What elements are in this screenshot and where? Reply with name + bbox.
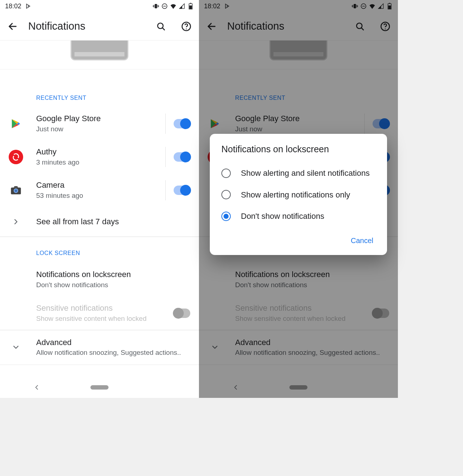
vibrate-icon [153,3,159,9]
status-time: 18:02 [5,3,21,10]
svg-rect-4 [158,5,159,7]
dialog-title: Notifications on lockscreen [221,144,375,154]
see-all-row[interactable]: See all from last 7 days [0,207,199,237]
system-back-icon[interactable] [34,384,40,390]
svg-rect-9 [189,5,192,9]
see-all-label: See all from last 7 days [36,217,119,226]
app-name: Authy [36,147,162,157]
toggle-camera[interactable] [174,186,190,195]
back-button[interactable] [7,21,18,32]
lockscreen-notifications-row[interactable]: Notifications on lockscreen Don't show n… [0,262,199,297]
sensitive-sub: Show sensitive content when locked [36,314,174,323]
radio-icon-checked [221,212,231,221]
sensitive-notifications-row: Sensitive notifications Show sensitive c… [0,297,199,330]
page-title: Notifications [28,20,145,32]
dialog-option-2[interactable]: Don't show notifications [221,205,375,227]
radio-label: Don't show notifications [241,211,324,221]
radio-label: Show alerting and silent notifications [241,168,370,178]
svg-rect-2 [158,5,158,8]
app-time: Just now [36,125,162,134]
system-home-pill[interactable] [90,385,109,390]
app-name: Camera [36,180,162,191]
toggle-google-play[interactable] [174,119,190,128]
sensitive-title: Sensitive notifications [36,303,174,314]
radio-label: Show alerting notifications only [241,190,350,200]
app-row-google-play-store[interactable]: Google Play Store Just now [0,107,199,140]
do-not-disturb-icon [161,3,168,9]
radio-icon [221,169,231,178]
section-recently-sent: RECENTLY SENT [0,69,199,107]
divider [165,147,166,167]
system-nav-bar [0,377,199,398]
camera-icon [9,183,23,197]
svg-rect-8 [190,3,191,4]
svg-rect-1 [154,5,154,8]
help-button[interactable] [181,21,192,32]
lockscreen-preview [0,41,199,69]
app-time: 53 minutes ago [36,191,162,200]
app-name: Google Play Store [36,114,162,124]
phone-mock-icon [71,41,128,60]
divider [165,114,166,134]
app-indicator-icon [25,3,31,9]
app-row-camera[interactable]: Camera 53 minutes ago [0,174,199,207]
section-divider [0,365,199,365]
toggle-sensitive [174,309,190,318]
cancel-button[interactable]: Cancel [349,233,375,248]
app-time: 3 minutes ago [36,158,162,167]
app-bar: Notifications [0,12,199,41]
chevron-down-icon [9,344,23,350]
app-row-authy[interactable]: Authy 3 minutes ago [0,140,199,174]
lockscreen-notif-title: Notifications on lockscreen [36,269,190,280]
dialog-option-1[interactable]: Show alerting notifications only [221,184,375,206]
battery-icon [187,3,194,9]
toggle-authy[interactable] [174,152,190,162]
phone-screen-left: 18:02 Notifications [0,0,199,398]
section-lock-screen: LOCK SCREEN [0,237,199,262]
advanced-title: Advanced [36,337,190,348]
signal-icon [179,3,185,9]
svg-point-14 [186,28,187,29]
divider [165,180,166,200]
phone-screen-right: 18:02 Notifications [199,0,398,398]
wifi-icon [170,3,177,9]
dialog-option-0[interactable]: Show alerting and silent notifications [221,162,375,184]
radio-icon [221,190,231,199]
lockscreen-notif-sub: Don't show notifications [36,281,190,290]
status-bar: 18:02 [0,0,199,12]
google-play-icon [9,116,23,131]
lockscreen-dialog: Notifications on lockscreen Show alertin… [210,134,387,255]
svg-rect-3 [153,5,154,7]
svg-point-17 [14,190,17,192]
search-button[interactable] [156,21,166,32]
svg-rect-0 [155,4,157,8]
advanced-sub: Allow notification snoozing, Suggested a… [36,348,190,357]
chevron-right-icon [9,218,23,225]
advanced-row[interactable]: Advanced Allow notification snoozing, Su… [0,330,199,365]
svg-line-12 [162,27,165,30]
authy-icon [9,150,23,164]
